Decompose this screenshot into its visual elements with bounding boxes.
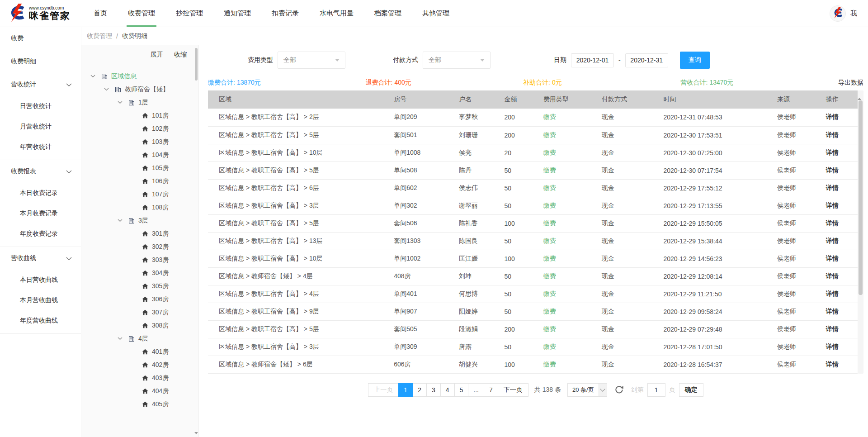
tree-node-label[interactable]: 401房 bbox=[152, 348, 169, 356]
sidebar-subitem[interactable]: 年度收费记录 bbox=[0, 223, 81, 244]
page-button[interactable]: 1 bbox=[398, 383, 413, 397]
page-button[interactable]: 5 bbox=[454, 383, 469, 397]
tree-node[interactable]: 108房 bbox=[81, 201, 198, 214]
tree-node-label[interactable]: 301房 bbox=[152, 230, 169, 238]
tree-node[interactable]: 307房 bbox=[81, 306, 198, 319]
sidebar-item[interactable]: 收费 bbox=[0, 27, 81, 50]
nav-item[interactable]: 水电气用量 bbox=[309, 0, 364, 27]
detail-link[interactable]: 详情 bbox=[826, 219, 839, 227]
sidebar-subitem[interactable]: 月营收统计 bbox=[0, 116, 81, 137]
detail-link[interactable]: 详情 bbox=[826, 272, 839, 280]
tree-node-label[interactable]: 302房 bbox=[152, 243, 169, 251]
tree-node-label[interactable]: 304房 bbox=[152, 269, 169, 277]
date-to-input[interactable] bbox=[625, 53, 668, 67]
tree-node[interactable]: 区域信息 bbox=[81, 70, 198, 83]
tree-scrollbar-thumb[interactable] bbox=[195, 48, 198, 81]
detail-link[interactable]: 详情 bbox=[826, 290, 839, 297]
nav-item[interactable]: 首页 bbox=[83, 0, 118, 27]
sidebar-subitem[interactable]: 日营收统计 bbox=[0, 96, 81, 116]
tree-node-label[interactable]: 区域信息 bbox=[111, 72, 137, 81]
goto-page-input[interactable] bbox=[647, 383, 665, 397]
tree-node-label[interactable]: 103房 bbox=[152, 138, 169, 146]
sidebar-subitem[interactable]: 年度营收曲线 bbox=[0, 310, 81, 331]
tree-node[interactable]: 101房 bbox=[81, 109, 198, 122]
tree-node[interactable]: 401房 bbox=[81, 345, 198, 358]
tree-node-label[interactable]: 教师宿舍【矮】 bbox=[125, 86, 169, 94]
chevron-down-icon[interactable] bbox=[104, 88, 115, 91]
refresh-button[interactable] bbox=[614, 385, 624, 394]
tree-node-label[interactable]: 306房 bbox=[152, 295, 169, 304]
nav-item[interactable]: 其他管理 bbox=[412, 0, 460, 27]
tree-node-label[interactable]: 107房 bbox=[152, 190, 169, 199]
user-menu-label[interactable]: 我 bbox=[850, 9, 857, 18]
sidebar-subitem[interactable]: 本月营收曲线 bbox=[0, 290, 81, 310]
sidebar-subitem[interactable]: 本日营收曲线 bbox=[0, 270, 81, 290]
nav-item[interactable]: 通知管理 bbox=[213, 0, 261, 27]
tree-node[interactable]: 3层 bbox=[81, 214, 198, 227]
nav-item[interactable]: 收费管理 bbox=[118, 0, 165, 27]
tree-node-label[interactable]: 3层 bbox=[138, 217, 148, 225]
tree-node[interactable]: 308房 bbox=[81, 319, 198, 332]
tree-scrollbar[interactable] bbox=[194, 45, 198, 437]
tree-node[interactable]: 301房 bbox=[81, 227, 198, 240]
detail-link[interactable]: 详情 bbox=[826, 166, 839, 174]
tree-node[interactable]: 102房 bbox=[81, 122, 198, 135]
detail-link[interactable]: 详情 bbox=[826, 202, 839, 209]
tree-node-label[interactable]: 104房 bbox=[152, 151, 169, 159]
tree-node-label[interactable]: 303房 bbox=[152, 256, 169, 264]
tree-node-label[interactable]: 4层 bbox=[138, 335, 148, 343]
tree-node-label[interactable]: 102房 bbox=[152, 125, 169, 133]
page-size-select[interactable]: 20 条/页 bbox=[567, 383, 607, 397]
export-data-link[interactable]: 导出数据 bbox=[838, 79, 863, 87]
tree-node-label[interactable]: 308房 bbox=[152, 322, 169, 330]
brand-logo[interactable]: www.csyndb.com 咪雀管家 bbox=[0, 3, 81, 24]
tree-node[interactable]: 303房 bbox=[81, 253, 198, 266]
detail-link[interactable]: 详情 bbox=[826, 308, 839, 315]
nav-item[interactable]: 档案管理 bbox=[364, 0, 412, 27]
sidebar-group-header[interactable]: 营收曲线 bbox=[0, 247, 81, 270]
tree-node[interactable]: 教师宿舍【矮】 bbox=[81, 83, 198, 96]
tree-node-label[interactable]: 101房 bbox=[152, 112, 169, 120]
table-scrollbar[interactable] bbox=[858, 90, 863, 374]
date-from-input[interactable] bbox=[571, 53, 614, 67]
detail-link[interactable]: 详情 bbox=[826, 113, 839, 120]
page-ellipsis[interactable]: ... bbox=[468, 383, 484, 397]
page-button[interactable]: 2 bbox=[412, 383, 427, 397]
detail-link[interactable]: 详情 bbox=[826, 325, 839, 332]
next-page-button[interactable]: 下一页 bbox=[498, 383, 528, 397]
sidebar-subitem[interactable]: 本月收费记录 bbox=[0, 203, 81, 223]
tree-node[interactable]: 304房 bbox=[81, 266, 198, 280]
detail-link[interactable]: 详情 bbox=[826, 184, 839, 191]
tree-node[interactable]: 106房 bbox=[81, 175, 198, 188]
breadcrumb-parent[interactable]: 收费管理 bbox=[87, 32, 112, 40]
detail-link[interactable]: 详情 bbox=[826, 361, 839, 368]
tree-node[interactable]: 1层 bbox=[81, 96, 198, 109]
tree-node[interactable]: 104房 bbox=[81, 148, 198, 162]
tree-node[interactable]: 403房 bbox=[81, 371, 198, 385]
chevron-down-icon[interactable] bbox=[118, 101, 128, 104]
tree-node-label[interactable]: 405房 bbox=[152, 400, 169, 408]
detail-link[interactable]: 详情 bbox=[826, 237, 839, 244]
page-button[interactable]: 4 bbox=[440, 383, 455, 397]
tree-node-label[interactable]: 403房 bbox=[152, 374, 169, 382]
tree-node[interactable]: 302房 bbox=[81, 240, 198, 253]
tree-node-label[interactable]: 404房 bbox=[152, 387, 169, 395]
nav-item[interactable]: 抄控管理 bbox=[165, 0, 213, 27]
expand-all-button[interactable]: 展开 bbox=[151, 51, 163, 59]
pay-method-select[interactable]: 全部 bbox=[423, 52, 491, 69]
detail-link[interactable]: 详情 bbox=[826, 343, 839, 350]
collapse-all-button[interactable]: 收缩 bbox=[174, 51, 187, 59]
tree-node-label[interactable]: 305房 bbox=[152, 282, 169, 290]
tree-node-label[interactable]: 402房 bbox=[152, 361, 169, 369]
table-scroll-up-arrow-icon[interactable] bbox=[858, 90, 861, 100]
tree-scroll-down-arrow-icon[interactable] bbox=[194, 432, 198, 434]
prev-page-button[interactable]: 上一页 bbox=[368, 383, 399, 397]
tree-node[interactable]: 305房 bbox=[81, 280, 198, 293]
tree-node-label[interactable]: 108房 bbox=[152, 204, 169, 212]
tree-node[interactable]: 405房 bbox=[81, 398, 198, 411]
tree-node[interactable]: 306房 bbox=[81, 293, 198, 306]
tree-node[interactable]: 103房 bbox=[81, 135, 198, 148]
fee-type-select[interactable]: 全部 bbox=[278, 52, 345, 69]
goto-confirm-button[interactable]: 确定 bbox=[679, 383, 703, 397]
chevron-down-icon[interactable] bbox=[118, 337, 128, 340]
